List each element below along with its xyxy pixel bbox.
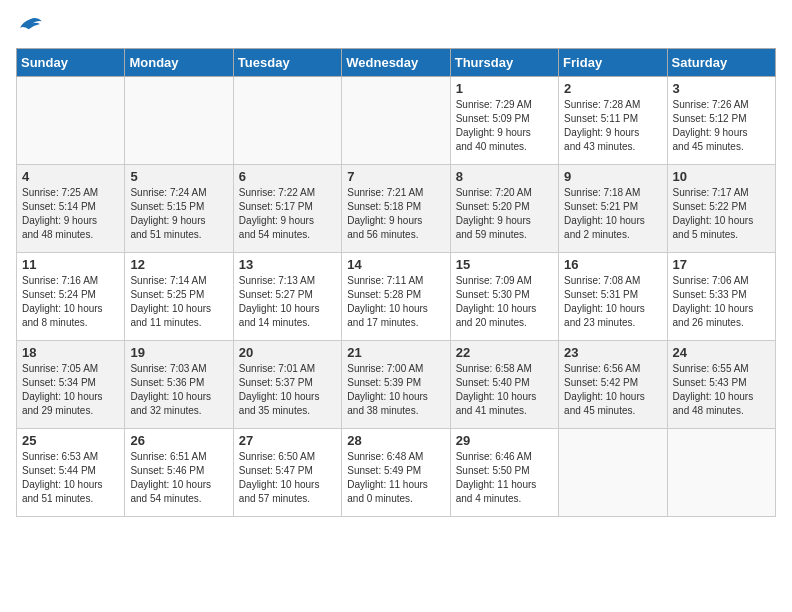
calendar-cell: 2Sunrise: 7:28 AMSunset: 5:11 PMDaylight… (559, 77, 667, 165)
col-header-friday: Friday (559, 49, 667, 77)
calendar-cell: 18Sunrise: 7:05 AMSunset: 5:34 PMDayligh… (17, 341, 125, 429)
calendar-cell: 8Sunrise: 7:20 AMSunset: 5:20 PMDaylight… (450, 165, 558, 253)
col-header-monday: Monday (125, 49, 233, 77)
day-number: 7 (347, 169, 444, 184)
day-info: Sunrise: 6:51 AMSunset: 5:46 PMDaylight:… (130, 450, 227, 506)
day-info: Sunrise: 7:24 AMSunset: 5:15 PMDaylight:… (130, 186, 227, 242)
calendar-cell: 4Sunrise: 7:25 AMSunset: 5:14 PMDaylight… (17, 165, 125, 253)
calendar-cell: 1Sunrise: 7:29 AMSunset: 5:09 PMDaylight… (450, 77, 558, 165)
day-info: Sunrise: 7:13 AMSunset: 5:27 PMDaylight:… (239, 274, 336, 330)
day-info: Sunrise: 7:28 AMSunset: 5:11 PMDaylight:… (564, 98, 661, 154)
day-info: Sunrise: 7:06 AMSunset: 5:33 PMDaylight:… (673, 274, 770, 330)
col-header-sunday: Sunday (17, 49, 125, 77)
calendar-cell (559, 429, 667, 517)
day-info: Sunrise: 7:16 AMSunset: 5:24 PMDaylight:… (22, 274, 119, 330)
day-number: 17 (673, 257, 770, 272)
calendar-cell: 17Sunrise: 7:06 AMSunset: 5:33 PMDayligh… (667, 253, 775, 341)
day-number: 14 (347, 257, 444, 272)
calendar-week-1: 1Sunrise: 7:29 AMSunset: 5:09 PMDaylight… (17, 77, 776, 165)
day-info: Sunrise: 7:08 AMSunset: 5:31 PMDaylight:… (564, 274, 661, 330)
calendar-cell (342, 77, 450, 165)
header (16, 16, 776, 36)
calendar-cell: 11Sunrise: 7:16 AMSunset: 5:24 PMDayligh… (17, 253, 125, 341)
day-info: Sunrise: 6:58 AMSunset: 5:40 PMDaylight:… (456, 362, 553, 418)
calendar-cell: 15Sunrise: 7:09 AMSunset: 5:30 PMDayligh… (450, 253, 558, 341)
day-info: Sunrise: 7:25 AMSunset: 5:14 PMDaylight:… (22, 186, 119, 242)
col-header-saturday: Saturday (667, 49, 775, 77)
day-number: 12 (130, 257, 227, 272)
calendar-cell: 20Sunrise: 7:01 AMSunset: 5:37 PMDayligh… (233, 341, 341, 429)
day-info: Sunrise: 7:03 AMSunset: 5:36 PMDaylight:… (130, 362, 227, 418)
day-info: Sunrise: 6:46 AMSunset: 5:50 PMDaylight:… (456, 450, 553, 506)
day-number: 8 (456, 169, 553, 184)
day-number: 15 (456, 257, 553, 272)
col-header-thursday: Thursday (450, 49, 558, 77)
day-number: 29 (456, 433, 553, 448)
calendar-cell: 29Sunrise: 6:46 AMSunset: 5:50 PMDayligh… (450, 429, 558, 517)
calendar-cell: 5Sunrise: 7:24 AMSunset: 5:15 PMDaylight… (125, 165, 233, 253)
calendar-cell: 12Sunrise: 7:14 AMSunset: 5:25 PMDayligh… (125, 253, 233, 341)
logo-bird-icon (16, 16, 44, 36)
day-number: 3 (673, 81, 770, 96)
day-number: 23 (564, 345, 661, 360)
day-info: Sunrise: 7:17 AMSunset: 5:22 PMDaylight:… (673, 186, 770, 242)
day-number: 6 (239, 169, 336, 184)
day-info: Sunrise: 7:20 AMSunset: 5:20 PMDaylight:… (456, 186, 553, 242)
calendar-cell: 21Sunrise: 7:00 AMSunset: 5:39 PMDayligh… (342, 341, 450, 429)
day-info: Sunrise: 7:29 AMSunset: 5:09 PMDaylight:… (456, 98, 553, 154)
day-info: Sunrise: 7:01 AMSunset: 5:37 PMDaylight:… (239, 362, 336, 418)
day-info: Sunrise: 7:11 AMSunset: 5:28 PMDaylight:… (347, 274, 444, 330)
day-info: Sunrise: 7:26 AMSunset: 5:12 PMDaylight:… (673, 98, 770, 154)
calendar-cell: 27Sunrise: 6:50 AMSunset: 5:47 PMDayligh… (233, 429, 341, 517)
day-info: Sunrise: 6:53 AMSunset: 5:44 PMDaylight:… (22, 450, 119, 506)
day-number: 1 (456, 81, 553, 96)
day-number: 11 (22, 257, 119, 272)
calendar-cell: 26Sunrise: 6:51 AMSunset: 5:46 PMDayligh… (125, 429, 233, 517)
day-info: Sunrise: 7:22 AMSunset: 5:17 PMDaylight:… (239, 186, 336, 242)
calendar-week-4: 18Sunrise: 7:05 AMSunset: 5:34 PMDayligh… (17, 341, 776, 429)
calendar-cell (233, 77, 341, 165)
day-info: Sunrise: 7:18 AMSunset: 5:21 PMDaylight:… (564, 186, 661, 242)
calendar-cell: 7Sunrise: 7:21 AMSunset: 5:18 PMDaylight… (342, 165, 450, 253)
day-info: Sunrise: 7:09 AMSunset: 5:30 PMDaylight:… (456, 274, 553, 330)
day-number: 10 (673, 169, 770, 184)
day-info: Sunrise: 7:21 AMSunset: 5:18 PMDaylight:… (347, 186, 444, 242)
logo (16, 16, 48, 36)
day-number: 2 (564, 81, 661, 96)
calendar-cell: 6Sunrise: 7:22 AMSunset: 5:17 PMDaylight… (233, 165, 341, 253)
calendar-week-2: 4Sunrise: 7:25 AMSunset: 5:14 PMDaylight… (17, 165, 776, 253)
calendar-cell (667, 429, 775, 517)
calendar-cell: 28Sunrise: 6:48 AMSunset: 5:49 PMDayligh… (342, 429, 450, 517)
calendar-cell: 23Sunrise: 6:56 AMSunset: 5:42 PMDayligh… (559, 341, 667, 429)
calendar-cell: 3Sunrise: 7:26 AMSunset: 5:12 PMDaylight… (667, 77, 775, 165)
calendar-week-5: 25Sunrise: 6:53 AMSunset: 5:44 PMDayligh… (17, 429, 776, 517)
header-row: SundayMondayTuesdayWednesdayThursdayFrid… (17, 49, 776, 77)
calendar-cell: 9Sunrise: 7:18 AMSunset: 5:21 PMDaylight… (559, 165, 667, 253)
calendar-cell: 14Sunrise: 7:11 AMSunset: 5:28 PMDayligh… (342, 253, 450, 341)
calendar-table: SundayMondayTuesdayWednesdayThursdayFrid… (16, 48, 776, 517)
calendar-cell: 10Sunrise: 7:17 AMSunset: 5:22 PMDayligh… (667, 165, 775, 253)
calendar-cell: 25Sunrise: 6:53 AMSunset: 5:44 PMDayligh… (17, 429, 125, 517)
day-number: 26 (130, 433, 227, 448)
calendar-cell: 13Sunrise: 7:13 AMSunset: 5:27 PMDayligh… (233, 253, 341, 341)
day-number: 18 (22, 345, 119, 360)
day-info: Sunrise: 7:05 AMSunset: 5:34 PMDaylight:… (22, 362, 119, 418)
calendar-week-3: 11Sunrise: 7:16 AMSunset: 5:24 PMDayligh… (17, 253, 776, 341)
day-info: Sunrise: 6:50 AMSunset: 5:47 PMDaylight:… (239, 450, 336, 506)
calendar-cell: 19Sunrise: 7:03 AMSunset: 5:36 PMDayligh… (125, 341, 233, 429)
day-info: Sunrise: 6:55 AMSunset: 5:43 PMDaylight:… (673, 362, 770, 418)
day-number: 27 (239, 433, 336, 448)
day-number: 5 (130, 169, 227, 184)
day-number: 19 (130, 345, 227, 360)
day-number: 4 (22, 169, 119, 184)
calendar-cell: 24Sunrise: 6:55 AMSunset: 5:43 PMDayligh… (667, 341, 775, 429)
day-number: 24 (673, 345, 770, 360)
calendar-cell: 22Sunrise: 6:58 AMSunset: 5:40 PMDayligh… (450, 341, 558, 429)
day-info: Sunrise: 7:00 AMSunset: 5:39 PMDaylight:… (347, 362, 444, 418)
day-number: 28 (347, 433, 444, 448)
day-number: 22 (456, 345, 553, 360)
col-header-wednesday: Wednesday (342, 49, 450, 77)
calendar-cell (17, 77, 125, 165)
day-number: 13 (239, 257, 336, 272)
calendar-cell: 16Sunrise: 7:08 AMSunset: 5:31 PMDayligh… (559, 253, 667, 341)
